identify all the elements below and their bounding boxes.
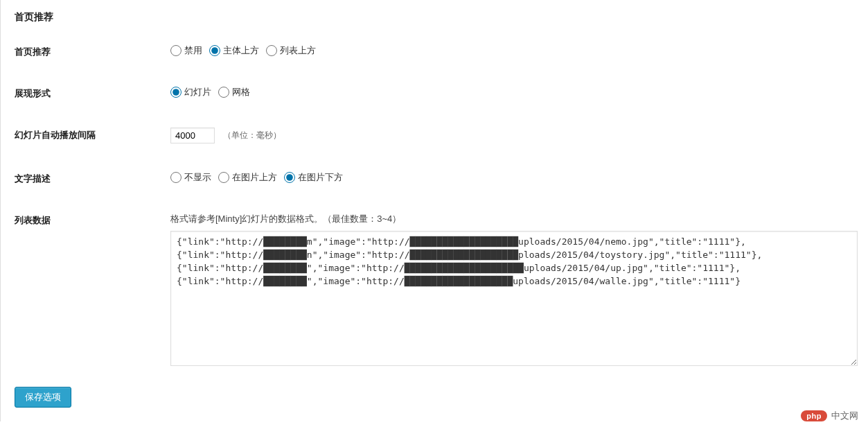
save-button[interactable]: 保存选项 [15,387,71,408]
radio-label-recommend-disable[interactable]: 禁用 [184,44,202,57]
radio-label-text-none[interactable]: 不显示 [184,171,211,184]
label-interval: 幻灯片自动播放间隔 [15,128,170,141]
label-list-data: 列表数据 [15,213,170,227]
radiogroup-text-desc: 不显示 在图片上方 在图片下方 [170,171,854,184]
row-text-desc: 文字描述 不显示 在图片上方 在图片下方 [15,171,854,185]
radio-recommend-above-list[interactable] [266,45,277,56]
radio-label-text-below[interactable]: 在图片下方 [298,171,343,184]
radio-label-text-above[interactable]: 在图片上方 [232,171,277,184]
label-text-desc: 文字描述 [15,171,170,185]
field-interval: （单位：毫秒） [170,128,854,143]
row-list-data: 列表数据 格式请参考[Minty]幻灯片的数据格式。（最佳数量：3~4） [15,213,854,366]
label-recommend: 首页推荐 [15,44,170,58]
radio-recommend-above-body[interactable] [209,45,220,56]
input-interval[interactable] [170,128,215,143]
radio-recommend-disable[interactable] [170,45,181,56]
radio-label-display-grid[interactable]: 网格 [232,86,250,98]
row-interval: 幻灯片自动播放间隔 （单位：毫秒） [15,128,854,143]
section-title: 首页推荐 [15,7,854,24]
radiogroup-recommend: 禁用 主体上方 列表上方 [170,44,854,57]
radio-text-above[interactable] [218,172,229,183]
field-list-data: 格式请参考[Minty]幻灯片的数据格式。（最佳数量：3~4） [170,213,858,366]
radio-display-slide[interactable] [170,87,181,98]
textarea-list-data[interactable] [170,231,858,366]
radio-label-recommend-above-body[interactable]: 主体上方 [223,44,259,57]
row-recommend: 首页推荐 禁用 主体上方 列表上方 [15,44,854,58]
hint-interval: （单位：毫秒） [223,130,281,141]
row-save: 保存选项 [15,387,854,408]
label-display-mode: 展现形式 [15,86,170,100]
radiogroup-display-mode: 幻灯片 网格 [170,86,854,98]
radio-text-below[interactable] [284,172,295,183]
radio-label-display-slide[interactable]: 幻灯片 [184,86,211,98]
desc-list-data: 格式请参考[Minty]幻灯片的数据格式。（最佳数量：3~4） [170,213,858,225]
radio-label-recommend-above-list[interactable]: 列表上方 [280,44,316,57]
radio-display-grid[interactable] [218,87,229,98]
radio-text-none[interactable] [170,172,181,183]
row-display-mode: 展现形式 幻灯片 网格 [15,86,854,100]
